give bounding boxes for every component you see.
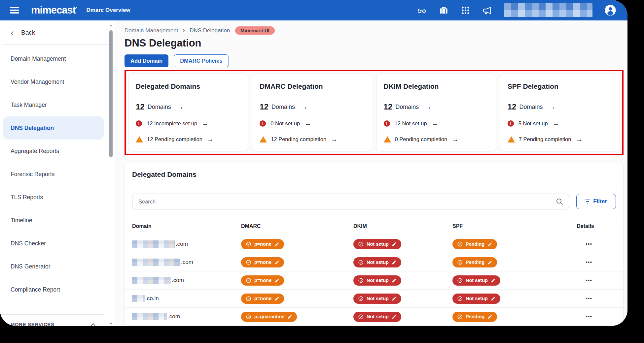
page-actions: Add Domain DMARC Policies — [125, 54, 624, 67]
warning-status-link[interactable]: ! 12 Pending completion → — [260, 136, 364, 143]
table-row: .com p=none Not setup Pending ••• — [125, 235, 623, 253]
summary-card-spf-delegation: SPF Delegation 12 Domains → ! 5 Not set … — [500, 74, 620, 151]
search-row: Filter — [125, 185, 623, 217]
edit-pencil-icon — [487, 242, 492, 247]
edit-pencil-icon — [491, 278, 496, 283]
search-input[interactable] — [132, 199, 550, 205]
row-actions-button[interactable]: ••• — [586, 314, 592, 319]
arrow-right-icon: → — [304, 120, 311, 127]
section-title: Delegated Domains — [125, 163, 623, 185]
warning-status-link[interactable]: ! 0 Pending completion → — [384, 136, 488, 143]
edit-pencil-icon — [274, 296, 279, 301]
redacted-domain — [132, 277, 171, 284]
sidebar-item-dns-delegation[interactable]: DNS Delegation — [3, 116, 104, 140]
search-icon[interactable] — [550, 198, 569, 205]
spf-status-badge[interactable]: Not setup — [452, 275, 500, 286]
sidebar-item-forensic-reports[interactable]: Forensic Reports — [3, 163, 104, 186]
error-status-link[interactable]: ! 5 Not set up → — [508, 120, 612, 127]
dkim-status-badge[interactable]: Not setup — [353, 239, 401, 249]
dmarc-status-badge[interactable]: p=none — [241, 275, 284, 286]
warning-status-link[interactable]: ! 7 Pending completion → — [508, 136, 612, 143]
redacted-domain — [132, 240, 175, 248]
arrow-right-icon: → — [549, 103, 555, 111]
row-actions-button[interactable]: ••• — [586, 259, 592, 265]
sidebar-item-task-manager[interactable]: Task Manager — [3, 93, 104, 116]
dmarc-status-badge[interactable]: p=none — [241, 239, 284, 249]
error-status-link[interactable]: ! 12 Incomplete set up → — [136, 120, 240, 127]
table-row: .com p=quarantine Not setup Pending ••• — [125, 308, 623, 326]
error-status-link[interactable]: ! 0 Not set up → — [260, 120, 364, 127]
domain-suffix: .com — [181, 259, 193, 265]
arrow-right-icon: → — [177, 103, 184, 111]
domain-suffix: .com — [168, 313, 180, 320]
row-actions-button[interactable]: ••• — [586, 241, 592, 247]
dkim-status-badge[interactable]: Not setup — [353, 275, 401, 286]
glasses-icon[interactable] — [417, 5, 427, 15]
sidebar-item-compliance-report[interactable]: Compliance Report — [3, 278, 104, 301]
redacted-username — [504, 3, 592, 17]
redacted-domain — [132, 313, 167, 320]
filter-button[interactable]: Filter — [576, 194, 616, 209]
back-chevron-icon: ‹ — [11, 29, 14, 36]
breadcrumb-current: DNS Delegation — [190, 27, 230, 34]
row-actions-button[interactable]: ••• — [586, 277, 592, 283]
error-circle-icon: ! — [508, 120, 514, 127]
arrow-right-icon: → — [207, 136, 214, 143]
dmarc-status-badge[interactable]: p=quarantine — [241, 312, 297, 322]
dkim-status-badge[interactable]: Not setup — [353, 257, 401, 267]
spf-status-badge[interactable]: Pending — [452, 239, 497, 249]
sidebar-item-timeline[interactable]: Timeline — [3, 209, 104, 232]
error-circle-icon: ! — [136, 120, 142, 127]
edit-pencil-icon — [274, 242, 279, 247]
sidebar-item-tls-reports[interactable]: TLS Reports — [3, 186, 104, 209]
breadcrumb-separator-icon: › — [183, 26, 185, 34]
spf-status-badge[interactable]: Not setup — [452, 294, 500, 304]
dmarc-status-badge[interactable]: p=none — [241, 294, 284, 304]
domains-count-link[interactable]: 12 Domains → — [384, 102, 488, 111]
dmarc-status-badge[interactable]: p=none — [241, 257, 284, 267]
more-services-toggle[interactable]: MORE SERVICES — [11, 322, 95, 326]
column-header-dkim: DKIM — [346, 223, 445, 229]
edit-pencil-icon — [274, 260, 279, 265]
spf-status-badge[interactable]: Pending — [452, 312, 497, 322]
back-button[interactable]: ‹ Back — [0, 20, 115, 36]
dmarc-policies-button[interactable]: DMARC Policies — [174, 54, 229, 67]
sidebar-scrollbar[interactable]: ▲ ▼ — [109, 23, 113, 323]
add-domain-button[interactable]: Add Domain — [125, 54, 168, 67]
domains-count-link[interactable]: 12 Domains → — [136, 102, 240, 111]
edit-pencil-icon — [392, 260, 397, 265]
table-row: .com p=none Not setup Pending ••• — [125, 253, 623, 271]
sidebar: ‹ Back Domain Management Vendor Manageme… — [0, 20, 115, 326]
sidebar-item-dns-generator[interactable]: DNS Generator — [3, 255, 104, 278]
scrollbar-thumb[interactable] — [109, 30, 113, 157]
warning-status-link[interactable]: ! 12 Pending completion → — [136, 136, 240, 143]
scroll-up-icon[interactable]: ▲ — [109, 23, 113, 27]
summary-card-dkim-delegation: DKIM Delegation 12 Domains → ! 12 Not se… — [376, 74, 496, 151]
edit-pencil-icon — [487, 260, 492, 265]
sidebar-item-domain-management[interactable]: Domain Management — [3, 47, 104, 70]
column-header-domain: Domain — [125, 223, 234, 229]
spf-status-badge[interactable]: Pending — [452, 257, 497, 267]
domains-count-link[interactable]: 12 Domains → — [260, 102, 364, 111]
search-box — [132, 194, 569, 209]
sidebar-item-vendor-management[interactable]: Vendor Management — [3, 70, 104, 93]
sidebar-item-dns-checker[interactable]: DNS Checker — [3, 232, 104, 255]
mimecast-ui-badge: Mimecast UI — [235, 26, 275, 35]
domains-count-link[interactable]: 12 Domains → — [508, 102, 612, 111]
sidebar-item-aggregate-reports[interactable]: Aggregate Reports — [3, 140, 104, 163]
error-status-link[interactable]: ! 12 Not set up → — [384, 120, 488, 127]
arrow-right-icon: → — [301, 103, 307, 111]
summary-card-delegated-domains: Delegated Domains 12 Domains → ! 12 Inco… — [128, 74, 248, 151]
megaphone-icon[interactable] — [482, 5, 492, 15]
redacted-domain — [132, 259, 180, 266]
breadcrumb-parent[interactable]: Domain Management — [125, 27, 178, 34]
scroll-down-icon[interactable]: ▼ — [109, 322, 113, 326]
menu-icon[interactable] — [10, 6, 19, 15]
warning-triangle-icon: ! — [508, 136, 515, 142]
dkim-status-badge[interactable]: Not setup — [353, 312, 401, 322]
account-icon[interactable] — [604, 4, 616, 16]
apps-grid-icon[interactable] — [460, 5, 470, 15]
row-actions-button[interactable]: ••• — [586, 296, 592, 301]
dkim-status-badge[interactable]: Not setup — [353, 294, 401, 304]
briefcase-icon[interactable] — [439, 5, 448, 15]
